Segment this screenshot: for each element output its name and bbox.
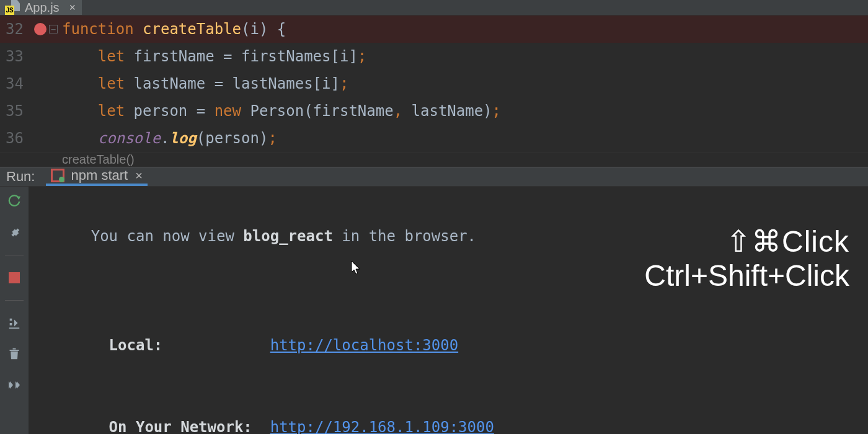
code-text[interactable]: function createTable(i) {: [62, 20, 286, 38]
gutter[interactable]: −: [30, 23, 62, 35]
console-text: in the browser.: [333, 228, 476, 245]
scroll-to-end-button[interactable]: [6, 314, 23, 332]
toolbar-separator: [5, 255, 24, 255]
code-text[interactable]: let person = new Person(firstName, lastN…: [62, 102, 501, 120]
svg-rect-1: [9, 327, 20, 329]
shortcut-mac: ⇧⌘Click: [644, 224, 849, 259]
console-text: You can now view: [91, 228, 244, 245]
editor-tab-bar: JS App.js ×: [0, 0, 868, 16]
console-local-label: Local:: [91, 337, 270, 354]
settings-button[interactable]: [6, 224, 23, 241]
line-number[interactable]: 35: [0, 102, 30, 120]
line-number[interactable]: 32: [0, 20, 30, 38]
code-text[interactable]: console.log(person);: [62, 130, 277, 147]
stop-button[interactable]: [6, 269, 23, 286]
file-tab-label: App.js: [25, 1, 60, 15]
run-panel-header: Run: npm start ×: [0, 167, 868, 187]
npm-icon: [51, 169, 64, 182]
run-tab-npm-start[interactable]: npm start ×: [46, 167, 147, 186]
code-line[interactable]: 33 let firstName = firstNames[i];: [0, 43, 868, 70]
breakpoint-icon[interactable]: [34, 23, 46, 35]
code-text[interactable]: let lastName = lastNames[i];: [62, 75, 348, 92]
file-tab-app-js[interactable]: JS App.js ×: [0, 0, 82, 15]
code-line[interactable]: 34 let lastName = lastNames[i];: [0, 70, 868, 97]
shortcut-win: Ctrl+Shift+Click: [644, 259, 849, 293]
code-line[interactable]: 35 let person = new Person(firstName, la…: [0, 97, 868, 125]
run-panel-body: You can now view blog_react in the brows…: [0, 187, 868, 434]
code-text[interactable]: let firstName = firstNames[i];: [62, 48, 366, 65]
network-url-link[interactable]: http://192.168.1.109:3000: [270, 418, 494, 434]
expand-button[interactable]: [6, 376, 23, 394]
code-line[interactable]: 36 console.log(person);: [0, 125, 868, 152]
breadcrumb[interactable]: createTable(): [0, 152, 868, 167]
line-number[interactable]: 36: [0, 130, 30, 147]
toolbar-separator: [5, 300, 24, 301]
code-line[interactable]: 32−function createTable(i) {: [0, 16, 868, 43]
breadcrumb-text: createTable(): [62, 153, 135, 167]
run-toolbar: [0, 187, 29, 434]
fold-icon[interactable]: −: [49, 25, 58, 33]
close-run-tab-icon[interactable]: ×: [135, 169, 143, 183]
line-number[interactable]: 33: [0, 48, 30, 65]
run-tab-label: npm start: [71, 167, 128, 184]
console-network-label: On Your Network:: [91, 418, 270, 434]
console-project-name: blog_react: [243, 228, 333, 245]
svg-rect-0: [9, 272, 20, 283]
shortcut-overlay: ⇧⌘Click Ctrl+Shift+Click: [644, 224, 849, 293]
javascript-file-icon: JS: [5, 0, 20, 15]
rerun-button[interactable]: [6, 193, 23, 210]
close-tab-icon[interactable]: ×: [69, 1, 76, 14]
delete-button[interactable]: [6, 345, 23, 363]
line-number[interactable]: 34: [0, 75, 30, 92]
run-panel-label: Run:: [6, 169, 35, 185]
code-editor[interactable]: 32−function createTable(i) {33 let first…: [0, 16, 868, 152]
local-url-link[interactable]: http://localhost:3000: [270, 337, 458, 354]
